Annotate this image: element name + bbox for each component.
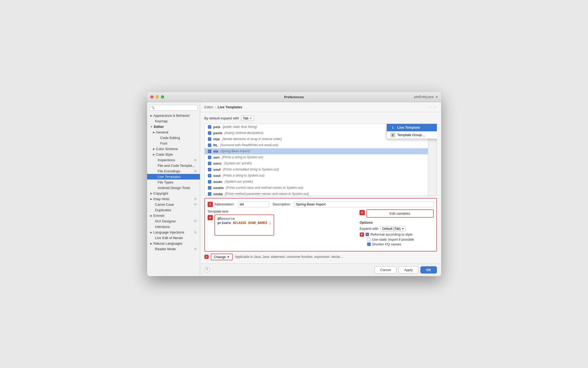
chevron-right-icon: ▶ [150,214,152,217]
sidebar-item-copyright[interactable]: ▶ Copyright [147,191,200,196]
desc-ritar: (Iterate elements of array in reverse or… [222,137,282,141]
reformat-label: Reformat according to style [371,232,413,236]
list-item[interactable]: ✓ RL (Surround with ReadWriteLock.readLo… [205,142,428,148]
chevron-right-icon: ▶ [153,147,155,150]
chevron-down-icon: ▼ [249,117,252,120]
sidebar-item-inspections[interactable]: Inspections ⚙ [147,157,200,163]
change-label: Change [214,255,226,259]
chevron-right-icon: ▶ [153,153,155,156]
sidebar-item-label: Code Editing [160,136,180,140]
back-arrow-icon[interactable]: ← [428,105,432,109]
maximize-button[interactable] [161,95,164,98]
checkbox-souf[interactable]: ✓ [208,168,211,171]
list-item[interactable]: ✓ soutc (System.out::println) [205,179,428,185]
list-item[interactable]: ✓ souf (Prints a formatted string to Sys… [205,167,428,173]
sidebar-item-language-injections[interactable]: ▶ Language Injections ⚙ [147,230,200,235]
template-code-box[interactable]: @Resource private $CLASS$ $VAR_NAME$ ; [214,214,274,236]
sidebar-item-label: Reader Mode [155,247,176,251]
sidebar-item-editor[interactable]: ▼ Editor [147,124,200,129]
search-box[interactable]: 🔍 [149,105,198,111]
list-item[interactable]: ✓ soutm (Prints current class and method… [205,185,428,191]
sidebar-item-label: File Types [158,180,173,184]
forward-arrow-icon[interactable]: → [433,105,437,109]
list-item[interactable]: ✓ soutp (Prints method parameter names a… [205,191,428,196]
sidebar-item-label: GUI Designer [155,219,176,223]
sidebar-item-live-templates[interactable]: Live Templates [147,174,200,179]
abbr-input[interactable] [238,201,269,207]
gear-icon: ⚙ [194,247,197,251]
reformat-row: 6 ✓ Reformat according to style [360,232,433,237]
sidebar-item-camel-case[interactable]: Camel Case ⚙ [147,202,200,207]
list-item-selected[interactable]: ✓ sbi (Spring Bean Import) [205,148,428,154]
badge-2: 2 [204,255,209,259]
sidebar-item-appearance[interactable]: ▶ Appearance & Behavior [147,113,200,118]
static-import-checkbox[interactable] [367,238,371,241]
close-button[interactable] [150,95,153,98]
list-item[interactable]: ✓ serrc (System.err::println) [205,160,428,167]
badge-5: 5 [359,210,365,215]
apply-button[interactable]: Apply [398,266,418,273]
checkbox-soutc[interactable]: ✓ [208,180,211,183]
checkbox-ritar[interactable]: ✓ [208,137,211,141]
change-button[interactable]: Change ▼ [211,254,233,260]
abbr-sbi: sbi [213,149,218,153]
sidebar-item-gui-designer[interactable]: GUI Designer ⚙ [147,218,200,224]
sidebar-item-keymap[interactable]: Keymap [147,118,200,124]
sidebar-item-reader-mode[interactable]: Reader Mode ⚙ [147,246,200,252]
sidebar-item-code-editing[interactable]: Code Editing [147,135,200,141]
sidebar-item-file-encodings[interactable]: File Encodings ⚙ [147,168,200,174]
sidebar-item-intentions[interactable]: Intentions [147,224,200,230]
open-tab-label: pletEntity.java [414,95,434,99]
sidebar-item-label: Color Scheme [156,147,178,151]
sidebar-item-color-scheme[interactable]: ▶ Color Scheme [147,146,200,152]
sidebar-item-file-types[interactable]: File Types [147,179,200,185]
sidebar-item-code-style[interactable]: ▶ Code Style [147,152,200,157]
sidebar-item-inlay-hints[interactable]: ▶ Inlay Hints ⚙ [147,196,200,202]
minimize-button[interactable] [156,95,159,98]
dropdown-item-live-template[interactable]: 1 Live Template [387,124,437,131]
chevron-right-icon: ▶ [153,131,155,134]
gear-icon: ⚙ [194,203,197,206]
edit-variables-button[interactable]: Edit variables [366,209,434,218]
ok-button[interactable]: OK [420,266,437,273]
sidebar-item-font[interactable]: Font [147,141,200,146]
sidebar-item-natural-languages[interactable]: ▶ Natural Languages [147,241,200,246]
gear-icon: ⚙ [194,231,197,234]
checkbox-rl[interactable]: ✓ [208,143,211,147]
checkbox-serr[interactable]: ✓ [208,156,211,159]
sidebar-item-label: Code Style [156,152,173,156]
sidebar-item-general[interactable]: ▶ General [147,129,200,135]
sidebar-item-live-edit[interactable]: Live Edit of literals [147,235,200,241]
sidebar-item-file-templates[interactable]: File and Code Templat… [147,163,200,168]
reformat-checkbox[interactable]: ✓ [366,233,369,236]
checkbox-soutm[interactable]: ✓ [208,186,211,190]
checkbox-psvm[interactable]: ✓ [208,131,211,135]
expand-select[interactable]: Tab ▼ [241,115,254,121]
checkbox-psts[interactable]: ✓ [208,125,211,129]
search-input[interactable] [156,106,196,110]
desc-input[interactable] [294,201,433,207]
sidebar-item-label: Natural Languages [153,241,183,245]
cancel-button[interactable]: Cancel [375,266,396,273]
title-bar-right: pletEntity.java ✕ [414,95,438,99]
sidebar-item-label: Keymap [155,119,168,123]
expand-with-select[interactable]: Default (Tab) ▼ [380,226,406,231]
help-button[interactable]: ? [204,267,210,272]
sidebar-item-label: Font [160,141,167,145]
checkbox-soutp[interactable]: ✓ [208,192,211,196]
checkbox-sout[interactable]: ✓ [208,174,211,177]
list-item[interactable]: ✓ sout (Prints a string to System.out) [205,173,428,179]
abbr-ritar: ritar [213,137,220,141]
list-item[interactable]: ✓ serr (Prints a string to System.err) [205,154,428,160]
sidebar-item-emmet[interactable]: ▶ Emmet [147,213,200,218]
checkbox-serrc[interactable]: ✓ [208,162,211,165]
shorten-fq-label: Shorten FQ names [372,242,401,246]
shorten-fq-checkbox[interactable]: ✓ [367,243,371,246]
chevron-down-icon: ▼ [150,125,153,128]
dropdown-item-template-group[interactable]: 2 Template Group… [387,131,437,139]
code-line-2: private $CLASS$ $VAR_NAME$ ; [218,221,271,225]
checkbox-sbi[interactable]: ✓ [208,150,211,153]
sidebar-item-android-design[interactable]: Android Design Tools [147,185,200,191]
close-tab-icon[interactable]: ✕ [435,95,438,99]
sidebar-item-duplicates[interactable]: Duplicates [147,207,200,213]
